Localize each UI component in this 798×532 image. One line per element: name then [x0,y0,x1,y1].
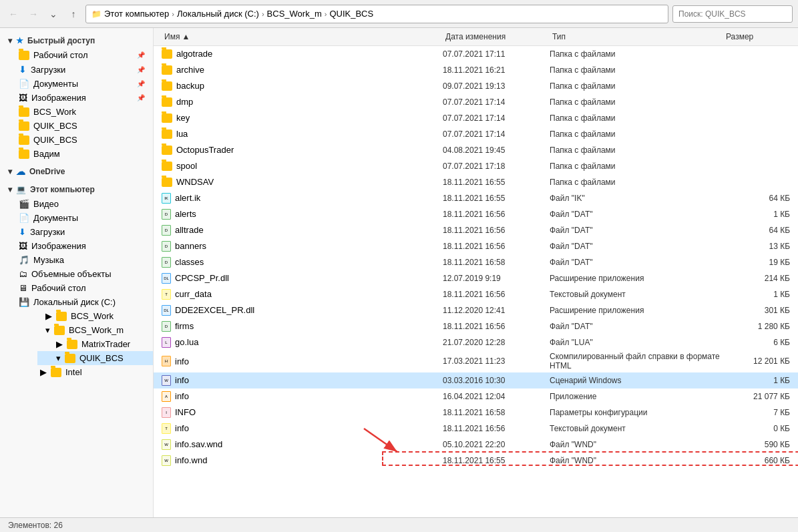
onedrive-icon: ☁ [16,166,25,177]
file-size: 1 КБ [723,376,790,385]
sidebar-item-label: Изображения [31,241,86,251]
folder-icon [19,150,29,159]
table-row[interactable]: D banners 18.11.2021 16:56 Файл "DAT" 13… [154,238,798,254]
sidebar-item-vadim[interactable]: Вадим [0,147,153,161]
table-row[interactable]: D classes 18.11.2021 16:58 Файл "DAT" 19… [154,254,798,270]
sidebar-item-desktop[interactable]: Рабочий стол 📌 [0,48,153,62]
file-date: 09.07.2021 19:13 [443,81,550,91]
sidebar-item-images[interactable]: 🖼 Изображения 📌 [0,91,153,105]
local-disk-tree: ▶ BCS_Work ▾ BCS_Work_m ▶ MatrixTrader [0,309,153,365]
computer-header[interactable]: ▾ 💻 Этот компьютер [0,182,153,197]
sidebar-item-intel[interactable]: ▶ Intel [21,365,153,379]
sidebar-item-3d[interactable]: 🗂 Объемные объекты [0,267,153,281]
sidebar-item-matrixtrader[interactable]: ▶ MatrixTrader [37,337,153,351]
disk-icon: 💾 [19,297,29,307]
table-row[interactable]: W info 03.03.2016 10:30 Сценарий Windows… [154,372,798,388]
file-name-cell: WNDSAV [162,177,443,187]
dl-icon: ⬇ [19,227,26,237]
sidebar-item-documents[interactable]: 📄 Документы 📌 [0,77,153,91]
file-type: Расширение приложения [550,306,723,315]
table-row[interactable]: DL DDE2EXCEL_PR.dll 11.12.2020 12:41 Рас… [154,302,798,318]
table-row[interactable]: D firms 18.11.2021 16:56 Файл "DAT" 1 28… [154,318,798,334]
sidebar-item-downloads[interactable]: ⬇ Загрузки 📌 [0,62,153,77]
address-bar[interactable]: 📁 Этот компьютер › Локальный диск (C:) ›… [85,5,668,23]
bcs-work-m-subtree: ▶ MatrixTrader ▾ QUIK_BCS [27,337,153,365]
sidebar-item-docs[interactable]: 📄 Документы [0,211,153,225]
table-row[interactable]: WNDSAV 18.11.2021 16:55 Папка с файлами [154,174,798,190]
table-row[interactable]: OctopusTrader 04.08.2021 19:45 Папка с ф… [154,142,798,158]
main-area: ▾ ★ Быстрый доступ Рабочий стол 📌 ⬇ Загр… [0,28,798,517]
col-type[interactable]: Тип [550,31,723,43]
table-row[interactable]: T curr_data 18.11.2021 16:56 Текстовый д… [154,286,798,302]
table-row[interactable]: spool 07.07.2021 17:18 Папка с файлами [154,158,798,174]
chevron-icon: ▾ [56,353,61,363]
sidebar: ▾ ★ Быстрый доступ Рабочий стол 📌 ⬇ Загр… [0,28,154,517]
file-type: Папка с файлами [550,162,723,171]
sidebar-item-quikbcs-selected[interactable]: ▾ QUIK_BCS [37,351,153,365]
col-name[interactable]: Имя ▲ [162,31,443,43]
sidebar-item-quikbcs2[interactable]: QUIK_BCS [0,133,153,147]
file-name-cell: archive [162,65,443,75]
chevron-icon: ▾ [8,185,12,194]
recent-button[interactable]: ⌄ [45,6,61,22]
file-type: Файл "IK" [550,194,723,203]
sidebar-item-label: Рабочий стол [31,283,86,293]
sidebar-item-label: BCS_Work_m [69,325,124,335]
table-row[interactable]: dmp 07.07.2021 17:14 Папка с файлами [154,94,798,110]
sidebar-item-rdsk[interactable]: 🖥 Рабочий стол [0,281,153,295]
table-row[interactable]: lua 07.07.2021 17:14 Папка с файлами [154,126,798,142]
file-type: Папка с файлами [550,49,723,59]
sidebar-item-label: BCS_Work [33,107,76,117]
file-size: 1 КБ [723,290,790,299]
file-list: Имя ▲ Дата изменения Тип Размер [154,28,798,517]
table-row[interactable]: T info 18.11.2021 16:56 Текстовый докуме… [154,421,798,437]
table-row[interactable]: DL CPCSP_Pr.dll 12.07.2019 9:19 Расширен… [154,270,798,286]
table-row[interactable]: archive 18.11.2021 16:21 Папка с файлами [154,62,798,78]
table-row[interactable]: A info 16.04.2021 12:04 Приложение 21 07… [154,388,798,405]
sidebar-item-bcswork[interactable]: BCS_Work [0,105,153,119]
folder-icon [67,340,77,349]
breadcrumb-computer: Этот компьютер [104,9,169,19]
table-row[interactable]: W info.wnd 18.11.2021 16:55 Файл "WND" 6… [154,453,798,469]
file-type: Файл "LUA" [550,338,723,347]
search-input[interactable] [672,5,793,23]
table-row[interactable]: L go.lua 21.07.2020 12:28 Файл "LUA" 6 К… [154,334,798,350]
table-row[interactable]: D alerts 18.11.2021 16:56 Файл "DAT" 1 К… [154,206,798,222]
file-name-cell: D banners [162,241,443,252]
file-date: 18.11.2021 16:56 [443,210,550,219]
folder-icon [19,51,29,60]
table-row[interactable]: algotrade 07.07.2021 17:11 Папка с файла… [154,46,798,62]
col-size[interactable]: Размер [723,31,790,43]
file-name: go.lua [175,337,198,347]
file-date: 07.07.2021 17:18 [443,162,550,171]
forward-button[interactable]: → [25,6,41,22]
col-date[interactable]: Дата изменения [443,31,550,43]
table-row[interactable]: IK alert.ik 18.11.2021 16:55 Файл "IK" 6… [154,190,798,206]
sidebar-item-video[interactable]: 🎬 Видео [0,197,153,211]
file-name: banners [175,241,206,251]
sidebar-item-quikbcs1[interactable]: QUIK_BCS [0,119,153,133]
table-row[interactable]: W info.sav.wnd 05.10.2021 22:20 Файл "WN… [154,437,798,453]
up-button[interactable]: ↑ [65,6,81,22]
sidebar-item-bcswork-tree[interactable]: ▶ BCS_Work [27,309,153,323]
file-name-cell: T info [162,423,443,434]
table-row[interactable]: backup 09.07.2021 19:13 Папка с файлами [154,78,798,94]
sidebar-item-label: BCS_Work [71,311,114,321]
folder-icon [19,121,29,131]
file-name: alert.ik [175,193,200,203]
table-row[interactable]: H info 17.03.2021 11:23 Скомпилированный… [154,350,798,372]
sidebar-item-bcsworkm-tree[interactable]: ▾ BCS_Work_m [27,323,153,337]
sidebar-item-localdisk[interactable]: 💾 Локальный диск (C:) [0,295,153,309]
onedrive-header[interactable]: ▾ ☁ OneDrive [0,164,153,180]
table-row[interactable]: key 07.07.2021 17:14 Папка с файлами [154,110,798,126]
sidebar-item-music[interactable]: 🎵 Музыка [0,253,153,267]
breadcrumb-disk: Локальный диск (C:) [177,9,259,19]
sidebar-item-dl[interactable]: ⬇ Загрузки [0,225,153,239]
quick-access-header[interactable]: ▾ ★ Быстрый доступ [0,33,153,48]
table-row[interactable]: D alltrade 18.11.2021 16:56 Файл "DAT" 6… [154,222,798,238]
file-size: 1 КБ [723,210,790,219]
table-row[interactable]: I INFO 18.11.2021 16:58 Параметры конфиг… [154,405,798,421]
sort-icon: ▲ [182,32,190,41]
back-button[interactable]: ← [5,6,21,22]
sidebar-item-img[interactable]: 🖼 Изображения [0,239,153,253]
